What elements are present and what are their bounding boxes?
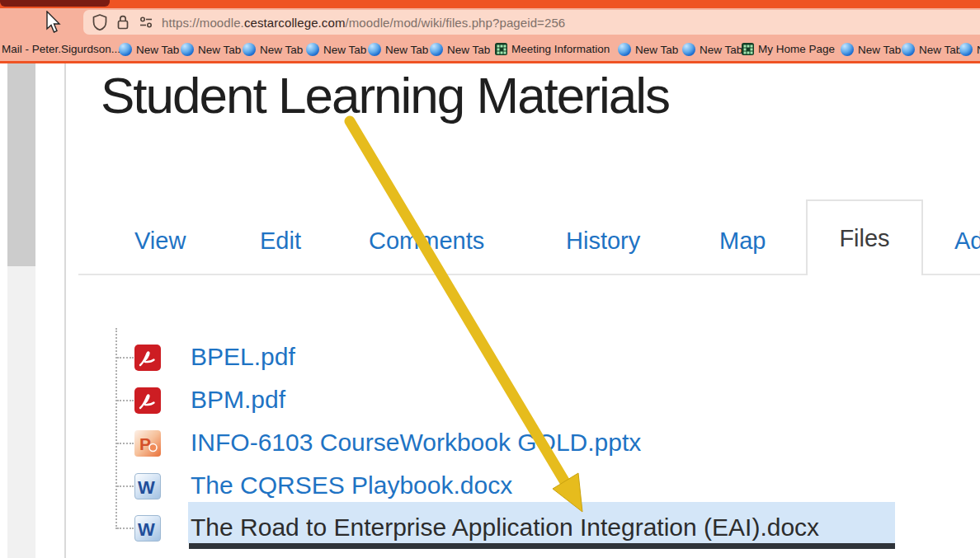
tab-strip bbox=[0, 0, 980, 8]
tab-map[interactable]: Map bbox=[719, 227, 766, 255]
selected-file-underline bbox=[189, 543, 895, 549]
file-link-eai-docx-selected[interactable]: The Road to Enterprise Application Integ… bbox=[191, 513, 819, 542]
globe-icon bbox=[243, 43, 256, 56]
svg-text:P: P bbox=[139, 434, 151, 453]
tab-edit[interactable]: Edit bbox=[260, 227, 301, 255]
bookmark-meeting-information[interactable]: Meeting Information bbox=[495, 43, 610, 55]
bookmark-mail[interactable]: Mail - Peter.Sigurdson... bbox=[2, 43, 120, 55]
bookmark-new-tab-clipped[interactable]: New Tab bbox=[959, 43, 980, 56]
shield-icon[interactable] bbox=[92, 13, 108, 31]
globe-icon bbox=[368, 43, 381, 56]
bookmark-new-tab[interactable]: New Tab bbox=[682, 43, 742, 56]
powerpoint-icon: P bbox=[134, 430, 161, 457]
tree-connector bbox=[117, 528, 134, 531]
bookmark-new-tab[interactable]: New Tab bbox=[306, 43, 366, 56]
tab-comments[interactable]: Comments bbox=[369, 227, 484, 255]
tree-connector bbox=[117, 357, 134, 360]
bookmark-new-tab[interactable]: New Tab bbox=[618, 43, 678, 56]
url-text[interactable]: https://moodle.cestarcollege.com/moodle/… bbox=[162, 16, 565, 30]
svg-text:W: W bbox=[138, 519, 155, 540]
tab-administration-clipped[interactable]: Ad bbox=[954, 227, 980, 255]
url-bar[interactable]: https://moodle.cestarcollege.com/moodle/… bbox=[83, 10, 980, 35]
pdf-icon bbox=[134, 345, 161, 371]
tree-connector bbox=[117, 443, 134, 446]
tab-files-selected[interactable]: Files bbox=[806, 199, 923, 275]
permissions-icon[interactable] bbox=[138, 14, 154, 30]
bookmark-new-tab[interactable]: New Tab bbox=[368, 43, 428, 56]
globe-icon bbox=[682, 43, 695, 56]
bookmark-new-tab[interactable]: New Tab bbox=[181, 43, 241, 56]
grid-icon bbox=[742, 43, 754, 55]
bookmark-new-tab[interactable]: New Tab bbox=[119, 43, 179, 56]
file-link-info6103-pptx[interactable]: INFO-6103 CourseWorkbook GOLD.pptx bbox=[191, 429, 641, 457]
globe-icon bbox=[430, 43, 443, 56]
file-link-cqrses-docx[interactable]: The CQRSES Playbook.docx bbox=[191, 471, 512, 499]
bookmark-new-tab[interactable]: New Tab bbox=[841, 43, 901, 56]
bookmark-my-home-page[interactable]: My Home Page bbox=[742, 43, 835, 55]
svg-text:W: W bbox=[138, 477, 155, 498]
tree-connector bbox=[117, 400, 134, 403]
bookmark-new-tab[interactable]: New Tab bbox=[430, 43, 490, 56]
browser-window: https://moodle.cestarcollege.com/moodle/… bbox=[0, 0, 980, 558]
file-link-bpel-pdf[interactable]: BPEL.pdf bbox=[191, 343, 295, 371]
tree-connector bbox=[117, 485, 134, 489]
pdf-icon bbox=[134, 387, 161, 414]
globe-icon bbox=[902, 43, 915, 56]
grid-icon bbox=[495, 43, 507, 55]
lock-icon[interactable] bbox=[115, 13, 130, 31]
globe-icon bbox=[618, 43, 631, 56]
bookmark-new-tab[interactable]: New Tab bbox=[243, 43, 303, 56]
word-icon: W bbox=[134, 515, 161, 542]
tab-view[interactable]: View bbox=[134, 227, 186, 255]
globe-icon bbox=[959, 43, 973, 56]
content-left-border bbox=[64, 63, 66, 558]
globe-icon bbox=[181, 43, 194, 56]
bookmark-new-tab[interactable]: New Tab bbox=[902, 43, 962, 56]
mouse-cursor bbox=[45, 11, 64, 35]
active-tab-edge[interactable] bbox=[0, 0, 110, 7]
globe-icon bbox=[119, 43, 132, 56]
globe-icon bbox=[306, 43, 319, 56]
globe-icon bbox=[841, 43, 854, 56]
word-icon: W bbox=[134, 473, 161, 499]
scrollbar-thumb[interactable] bbox=[7, 63, 35, 266]
page-title: Student Learning Materials bbox=[101, 66, 669, 124]
tab-history[interactable]: History bbox=[566, 227, 640, 255]
file-link-bpm-pdf[interactable]: BPM.pdf bbox=[191, 386, 285, 414]
